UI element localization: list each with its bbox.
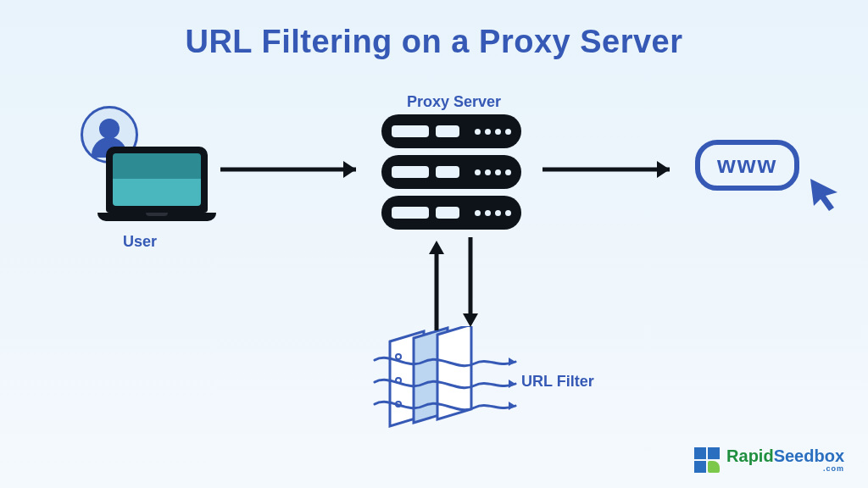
server-rack-icon — [381, 155, 521, 189]
logo-icon — [694, 447, 720, 473]
user-label: User — [123, 233, 157, 251]
brand-logo: RapidSeedbox .com — [694, 446, 844, 473]
server-rack-icon — [381, 114, 521, 148]
www-badge: www — [695, 140, 799, 191]
diagram-title: URL Filtering on a Proxy Server — [0, 24, 868, 60]
arrow-proxy-to-web — [542, 157, 687, 182]
url-filter-node — [373, 326, 517, 428]
proxy-server-label: Proxy Server — [407, 93, 501, 111]
laptop-icon — [97, 147, 216, 221]
arrow-proxy-to-filter — [458, 237, 483, 330]
proxy-server-node — [381, 114, 521, 236]
arrow-user-to-proxy — [220, 157, 373, 182]
filter-icon — [373, 326, 526, 436]
user-node — [81, 106, 216, 233]
server-rack-icon — [381, 196, 521, 230]
logo-text: RapidSeedbox .com — [726, 446, 844, 473]
arrow-filter-to-proxy — [424, 237, 449, 330]
cursor-icon — [805, 175, 843, 213]
web-node: www — [695, 140, 839, 191]
url-filter-label: URL Filter — [521, 373, 594, 391]
